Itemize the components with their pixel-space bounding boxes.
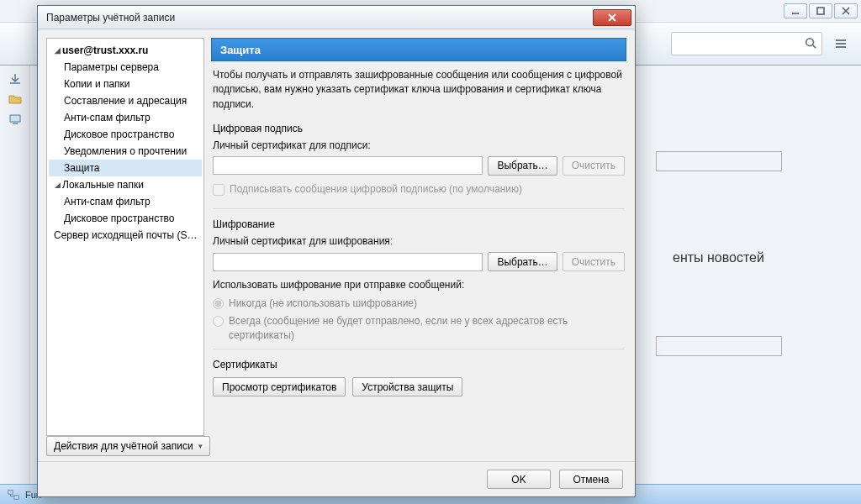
tree-account-root[interactable]: ◢user@trust.xxx.ru — [49, 42, 202, 59]
radio-never-row[interactable]: Никогда (не использовать шифрование) — [213, 297, 625, 311]
panel-intro-text: Чтобы получать и отправлять зашифрованны… — [213, 68, 625, 112]
bg-close-button[interactable] — [834, 3, 858, 18]
computer-icon — [7, 113, 24, 126]
bg-frame-2 — [656, 336, 782, 356]
tree-item-copies-folders[interactable]: Копии и папки — [49, 76, 202, 92]
bg-leftbar — [0, 66, 30, 484]
tree-item-antispam[interactable]: Анти-спам фильтр — [49, 109, 202, 126]
sign-default-checkbox[interactable] — [213, 184, 224, 196]
dialog-button-bar: OK Отмена — [38, 461, 635, 496]
tree-item-receipts[interactable]: Уведомления о прочтении — [49, 143, 202, 160]
dialog-title-text: Параметры учётной записи — [46, 12, 175, 24]
radio-always-row[interactable]: Всегда (сообщение не будет отправлено, е… — [213, 314, 625, 344]
tree-item-local-antispam[interactable]: Анти-спам фильтр — [49, 193, 202, 210]
svg-rect-11 — [8, 490, 13, 493]
svg-rect-10 — [13, 123, 18, 124]
account-settings-dialog: Параметры учётной записи ◢user@trust.xxx… — [37, 5, 636, 497]
tree-item-security[interactable]: Защита — [49, 160, 202, 176]
bg-search-box[interactable] — [671, 32, 822, 55]
enc-use-label: Использовать шифрование при отправке соо… — [213, 278, 625, 292]
tree-item-diskspace[interactable]: Дисковое пространство — [49, 126, 202, 143]
sign-cert-input[interactable] — [213, 156, 483, 175]
dropdown-caret-icon: ▾ — [198, 442, 203, 450]
digital-signature-label: Цифровая подпись — [213, 122, 625, 136]
svg-point-4 — [806, 38, 814, 45]
download-icon — [7, 72, 24, 86]
network-icon — [7, 489, 20, 501]
certificates-label: Сертификаты — [213, 358, 625, 372]
view-certificates-button[interactable]: Просмотр сертификатов — [213, 377, 346, 396]
bg-window-controls — [784, 3, 858, 18]
tree-twisty-icon: ◢ — [54, 178, 61, 192]
enc-cert-input[interactable] — [213, 253, 483, 271]
sign-cert-label: Личный сертификат для подписи: — [213, 139, 625, 153]
security-devices-button[interactable]: Устройства защиты — [352, 377, 462, 396]
divider — [213, 349, 625, 349]
bg-news-text: енты новостей — [673, 250, 764, 265]
enc-cert-label: Личный сертификат для шифрования: — [213, 234, 625, 249]
cancel-button[interactable]: Отмена — [559, 470, 623, 489]
radio-always[interactable] — [213, 316, 224, 327]
radio-never[interactable] — [213, 298, 224, 309]
enc-cert-clear-button[interactable]: Очистить — [563, 252, 625, 271]
tree-item-smtp[interactable]: Сервер исходящей почты (S… — [49, 227, 202, 244]
folder-icon — [7, 92, 24, 106]
tree-item-compose-addressing[interactable]: Составление и адресация — [49, 92, 202, 109]
enc-cert-choose-button[interactable]: Выбрать… — [488, 252, 557, 271]
ok-button[interactable]: OK — [487, 470, 551, 489]
menu-button[interactable] — [827, 32, 854, 55]
tree-item-server-params[interactable]: Параметры сервера — [49, 59, 202, 76]
account-actions-label: Действия для учётной записи — [54, 440, 193, 452]
svg-rect-9 — [10, 115, 20, 122]
account-actions-button[interactable]: Действия для учётной записи ▾ — [46, 436, 210, 456]
radio-never-label: Никогда (не использовать шифрование) — [229, 297, 417, 311]
tree-twisty-icon: ◢ — [54, 44, 61, 57]
svg-rect-1 — [817, 8, 824, 14]
minimize-button[interactable] — [784, 3, 807, 18]
dialog-titlebar[interactable]: Параметры учётной записи — [38, 6, 635, 29]
panel-header: Защита — [211, 38, 626, 61]
radio-always-label: Всегда (сообщение не будет отправлено, е… — [229, 314, 625, 344]
encryption-label: Шифрование — [213, 218, 625, 232]
security-panel: Защита Чтобы получать и отправлять зашиф… — [211, 38, 626, 436]
sign-cert-clear-button[interactable]: Очистить — [563, 156, 625, 176]
tree-item-local-diskspace[interactable]: Дисковое пространство — [49, 210, 202, 227]
sign-cert-choose-button[interactable]: Выбрать… — [488, 156, 557, 176]
tree-local-folders[interactable]: ◢Локальные папки — [49, 176, 202, 193]
account-tree[interactable]: ◢user@trust.xxx.ru Параметры сервера Коп… — [46, 38, 204, 436]
divider — [213, 208, 625, 209]
svg-line-5 — [813, 45, 816, 48]
maximize-button[interactable] — [809, 3, 832, 18]
sign-default-row[interactable]: Подписывать сообщения цифровой подписью … — [213, 182, 625, 197]
dialog-close-button[interactable] — [593, 9, 631, 26]
bg-frame-1 — [656, 151, 782, 171]
sign-default-label: Подписывать сообщения цифровой подписью … — [230, 182, 522, 197]
search-icon — [805, 37, 816, 51]
